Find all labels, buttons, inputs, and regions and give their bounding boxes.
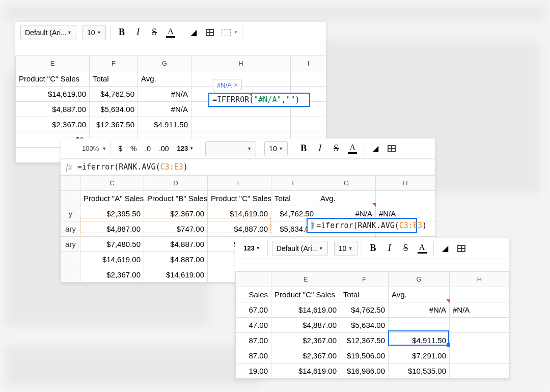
fill-color-button[interactable]: ◢: [368, 142, 382, 156]
cell[interactable]: $5,634.00: [90, 102, 138, 117]
cell[interactable]: 87.00: [236, 333, 271, 348]
row-header[interactable]: [61, 267, 80, 283]
cell[interactable]: [450, 348, 510, 363]
col-header[interactable]: H: [450, 272, 510, 287]
cell[interactable]: Total: [271, 191, 317, 206]
cell[interactable]: Product "C" Sales: [271, 287, 340, 302]
cell[interactable]: Product "B" Sales: [144, 191, 208, 206]
cell[interactable]: $14,619.00: [16, 87, 90, 102]
col-header[interactable]: E: [271, 272, 340, 287]
cell[interactable]: $14,619.00: [144, 267, 208, 283]
strike-button[interactable]: S: [399, 241, 413, 256]
col-header[interactable]: I: [291, 56, 326, 71]
borders-button[interactable]: [203, 25, 217, 40]
col-header[interactable]: C: [80, 176, 144, 191]
merge-button[interactable]: [219, 25, 233, 40]
close-icon[interactable]: ×: [234, 81, 238, 89]
row-header[interactable]: y: [61, 206, 80, 221]
italic-button[interactable]: I: [131, 25, 145, 40]
cell[interactable]: $14,619.00: [80, 252, 144, 267]
font-select[interactable]: Default (Ari...▼: [272, 241, 328, 256]
text-color-button[interactable]: A: [345, 142, 360, 156]
cell[interactable]: $4,887.00: [271, 318, 340, 333]
col-header[interactable]: E: [16, 56, 90, 71]
cell[interactable]: [450, 318, 510, 333]
cell[interactable]: $14,619.00: [208, 206, 271, 221]
cell[interactable]: $7,480.50: [80, 237, 144, 252]
cell[interactable]: $4,887.00: [80, 221, 144, 237]
sheet-bottom[interactable]: E F G H Sales Product "C" Sales Total Av…: [235, 271, 510, 379]
cell[interactable]: Total: [90, 71, 138, 87]
bold-button[interactable]: B: [366, 241, 380, 256]
zoom-select[interactable]: 100%▼: [82, 145, 106, 152]
strike-button[interactable]: S: [147, 25, 161, 40]
font-size-select[interactable]: 10▼: [82, 25, 106, 40]
cell[interactable]: $4,887.00: [144, 237, 208, 252]
help-icon[interactable]: ?: [311, 221, 314, 230]
cell[interactable]: $5,634.00: [340, 318, 389, 333]
cell[interactable]: Avg.: [138, 71, 191, 87]
number-format-button[interactable]: 123▼: [240, 244, 263, 252]
cell[interactable]: Sales: [236, 287, 271, 302]
borders-button[interactable]: [454, 241, 469, 256]
cell[interactable]: Total: [340, 287, 389, 302]
row-header[interactable]: [61, 252, 80, 267]
col-header[interactable]: F: [340, 272, 389, 287]
bold-button[interactable]: B: [115, 25, 129, 40]
row-header[interactable]: [61, 191, 80, 206]
cell[interactable]: $10,535.00: [389, 363, 450, 379]
cell[interactable]: 67.00: [236, 302, 271, 318]
cell[interactable]: [450, 363, 510, 379]
formula-edit-cell[interactable]: =IFERROR("#N/A",""): [208, 93, 310, 107]
cell[interactable]: $7,291.00: [389, 348, 450, 363]
italic-button[interactable]: I: [382, 241, 397, 256]
percent-button[interactable]: %: [127, 145, 140, 153]
cell[interactable]: 19.00: [236, 363, 271, 379]
corner-cell[interactable]: [61, 176, 80, 191]
cell[interactable]: Product "A" Sales: [80, 191, 144, 206]
col-header[interactable]: G: [389, 272, 450, 287]
cell[interactable]: $2,367.00: [271, 348, 340, 363]
cell[interactable]: [450, 333, 510, 348]
strike-button[interactable]: S: [329, 142, 343, 156]
col-header[interactable]: G: [138, 56, 191, 71]
formula-edit-cell[interactable]: ? =iferror(RANK.AVG(C3:E3): [307, 218, 417, 233]
row-header[interactable]: ary: [61, 237, 80, 252]
borders-button[interactable]: [384, 142, 399, 156]
bold-button[interactable]: B: [296, 142, 311, 156]
row-header[interactable]: ary: [61, 221, 80, 237]
increase-decimal-button[interactable]: .00: [156, 145, 172, 153]
cell[interactable]: $16,986.00: [340, 363, 389, 379]
col-header[interactable]: D: [144, 176, 208, 191]
cell[interactable]: $12.367.50: [90, 117, 138, 132]
cell[interactable]: #N/A: [138, 102, 191, 117]
cell[interactable]: #N/A: [450, 302, 510, 318]
cell[interactable]: [389, 318, 450, 333]
formula-bar[interactable]: fx =iferror(RANK.AVG(C3:E3): [61, 159, 435, 175]
cell[interactable]: $4,911.50: [389, 333, 450, 348]
cell[interactable]: [191, 117, 291, 132]
cell[interactable]: $14,619.00: [271, 363, 340, 379]
cell[interactable]: $4,762.50: [340, 302, 389, 318]
cell[interactable]: $4,887.00: [16, 102, 90, 117]
cell[interactable]: 47.00: [236, 318, 271, 333]
font-select[interactable]: ▼: [205, 141, 256, 156]
decrease-decimal-button[interactable]: .0: [142, 145, 154, 153]
font-select[interactable]: Default (Ari...▼: [20, 25, 76, 40]
cell[interactable]: $2,395.50: [80, 206, 144, 221]
cell[interactable]: $2,367.00: [80, 267, 144, 283]
number-format-button[interactable]: 123▼: [174, 145, 197, 152]
cell[interactable]: Avg.: [317, 191, 376, 206]
italic-button[interactable]: I: [313, 142, 327, 156]
cell[interactable]: $4,762.50: [90, 87, 138, 102]
cell[interactable]: Product "C" Sales: [208, 191, 271, 206]
cell[interactable]: $4,887.00: [144, 252, 208, 267]
currency-button[interactable]: $: [115, 145, 125, 153]
cell[interactable]: $747.00: [144, 221, 208, 237]
cell[interactable]: $2,367.00: [16, 117, 90, 132]
col-header[interactable]: H: [376, 176, 435, 191]
cell[interactable]: #N/A: [138, 87, 191, 102]
col-header[interactable]: F: [271, 176, 317, 191]
cell[interactable]: [291, 117, 326, 132]
cell[interactable]: $2,367.00: [271, 333, 340, 348]
